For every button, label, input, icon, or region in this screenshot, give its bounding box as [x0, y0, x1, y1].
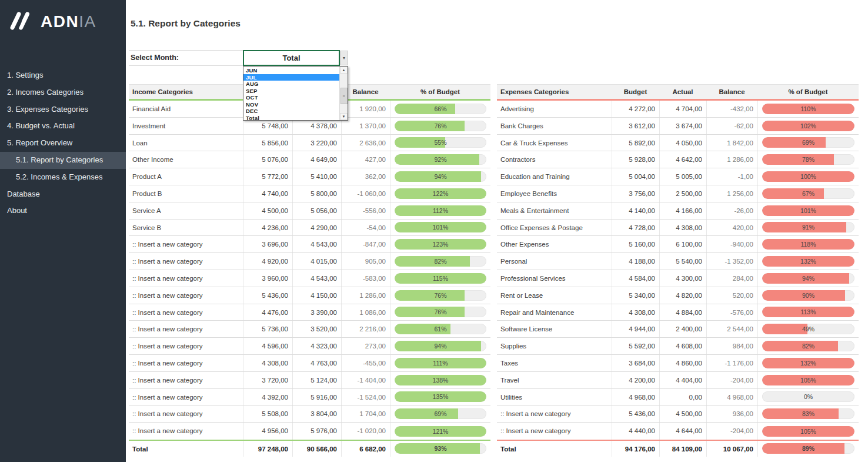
month-option-dec[interactable]: DEC [243, 108, 339, 115]
budget-cell: 5 856,00 [243, 135, 292, 151]
actual-cell: 3 804,00 [292, 406, 341, 422]
category-cell: Other Income [129, 151, 243, 168]
category-cell: :: Insert a new category [497, 423, 612, 440]
table-row: Bank Charges3 612,003 674,00-62,00102% [497, 118, 859, 135]
bar-percent-label: 82% [762, 341, 854, 351]
category-cell: Total [129, 441, 243, 457]
sidebar-item-database[interactable]: Database [0, 186, 126, 203]
balance-cell: 4 968,00 [706, 389, 757, 406]
budget-progress-bar: 90% [762, 290, 854, 301]
month-dropdown-list: JUNJULAUGSEPOCTNOVDECTotal [243, 67, 339, 121]
budget-progress-bar: 110% [762, 104, 854, 114]
pct-cell: 89% [757, 441, 859, 457]
sidebar-item-5-2-incomes-expenses[interactable]: 5.2. Incomes & Expenses [0, 169, 126, 186]
bar-percent-label: 110% [762, 104, 854, 114]
pct-cell: 121% [390, 423, 490, 440]
month-option-sep[interactable]: SEP [243, 88, 339, 95]
sidebar-item-5-report-overview[interactable]: 5. Report Overview [0, 135, 126, 152]
sidebar-item-5-1-report-by-categories[interactable]: 5.1. Report by Categories [0, 152, 126, 169]
pct-cell: 94% [390, 168, 490, 185]
table-row: :: Insert a new category4 596,004 323,00… [129, 338, 490, 355]
table-row: Meals & Entertainment4 140,004 166,00-26… [497, 202, 859, 220]
dropdown-scrollbar[interactable]: ▲ ≡ ▼ [339, 67, 348, 120]
balance-cell: -54,00 [341, 220, 390, 236]
month-combobox[interactable]: Total [243, 50, 340, 66]
budget-progress-bar: 123% [395, 239, 486, 250]
category-cell: Product A [129, 168, 243, 185]
category-cell: Office Expenses & Postage [497, 220, 612, 236]
category-cell: :: Insert a new category [129, 287, 243, 304]
actual-cell: 4 644,00 [659, 423, 706, 440]
table-row: Rent or Lease5 340,004 820,00520,0090% [497, 287, 859, 304]
sidebar-item-2-incomes-categories[interactable]: 2. Incomes Categories [0, 84, 126, 101]
actual-cell: 4 704,00 [659, 101, 706, 117]
budget-cell: 4 272,00 [612, 101, 659, 117]
month-option-jun[interactable]: JUN [243, 67, 339, 74]
balance-cell: -1 404,00 [341, 372, 390, 388]
table-row: :: Insert a new category5 736,003 520,00… [129, 321, 490, 338]
month-option-nov[interactable]: NOV [243, 101, 339, 108]
actual-cell: 4 290,00 [292, 220, 341, 236]
budget-cell: 5 076,00 [243, 151, 292, 168]
scrollbar-thumb[interactable]: ≡ [340, 88, 348, 104]
actual-cell: 2 500,00 [659, 185, 706, 202]
pct-cell: 93% [390, 441, 490, 457]
actual-cell: 6 100,00 [659, 236, 706, 252]
pct-cell: 76% [390, 118, 490, 134]
month-option-aug[interactable]: AUG [243, 81, 339, 88]
month-option-jul[interactable]: JUL [243, 74, 339, 81]
balance-cell: 273,00 [341, 338, 390, 354]
budget-cell: 3 696,00 [243, 236, 292, 252]
balance-cell: -204,00 [706, 372, 757, 388]
balance-cell: -1 524,00 [341, 389, 390, 406]
month-option-oct[interactable]: OCT [243, 94, 339, 101]
sidebar-item-1-settings[interactable]: 1. Settings [0, 67, 126, 84]
table-row: Service B4 236,004 290,00-54,00101% [129, 220, 490, 237]
scroll-down-icon[interactable]: ▼ [340, 113, 348, 120]
budget-progress-bar: 111% [395, 358, 486, 368]
pct-cell: 78% [757, 151, 859, 168]
balance-cell: -455,00 [341, 355, 390, 371]
budget-progress-bar: 102% [762, 121, 854, 131]
bar-percent-label: 82% [395, 256, 486, 267]
budget-progress-bar: 93% [395, 443, 486, 454]
combobox-dropdown-arrow-icon[interactable]: ▼ [340, 51, 348, 65]
category-cell: Repair and Maintenance [497, 304, 612, 321]
sidebar-item-about[interactable]: About [0, 202, 126, 220]
actual-cell: 5 124,00 [292, 372, 341, 388]
sidebar-item-3-expenses-categories[interactable]: 3. Expenses Categories [0, 101, 126, 118]
actual-cell: 4 500,00 [659, 406, 706, 422]
budget-progress-bar: 122% [395, 188, 486, 199]
bar-percent-label: 83% [762, 408, 854, 419]
budget-progress-bar: 69% [395, 408, 486, 419]
bar-percent-label: 123% [395, 239, 486, 250]
actual-cell: 4 300,00 [659, 270, 706, 287]
pct-cell: 82% [757, 338, 859, 354]
actual-cell: 5 976,00 [292, 423, 341, 440]
budget-progress-bar: 132% [762, 358, 854, 368]
category-cell: :: Insert a new category [129, 270, 243, 287]
balance-cell: 1 286,00 [341, 287, 390, 304]
budget-progress-bar: 121% [395, 426, 486, 437]
sidebar-item-4-budget-vs-actual[interactable]: 4. Budget vs. Actual [0, 118, 126, 135]
balance-cell: 2 544,00 [706, 321, 757, 337]
actual-cell: 4 323,00 [292, 338, 341, 354]
table-row: Travel4 200,004 404,00-204,00105% [497, 372, 859, 389]
budget-progress-bar: 101% [762, 205, 854, 216]
budget-cell: 4 308,00 [243, 355, 292, 371]
bar-percent-label: 0% [762, 391, 854, 402]
budget-progress-bar: 101% [395, 222, 486, 232]
pct-cell: 101% [390, 220, 490, 236]
balance-cell: 520,00 [706, 287, 757, 304]
budget-cell: 5 004,00 [612, 168, 659, 185]
sidebar-nav: 1. Settings2. Incomes Categories3. Expen… [0, 67, 126, 220]
month-option-total[interactable]: Total [243, 115, 339, 122]
balance-cell: 284,00 [706, 270, 757, 287]
scroll-up-icon[interactable]: ▲ [340, 67, 348, 74]
pct-cell: 76% [390, 287, 490, 304]
income-table-body: Financial Aid1 920,0066%Investment5 748,… [129, 101, 490, 440]
table-row: Other Expenses5 160,006 100,00-940,00118… [497, 236, 859, 253]
pct-cell: 82% [390, 253, 490, 270]
bar-percent-label: 122% [395, 188, 486, 199]
bar-percent-label: 66% [395, 104, 486, 114]
